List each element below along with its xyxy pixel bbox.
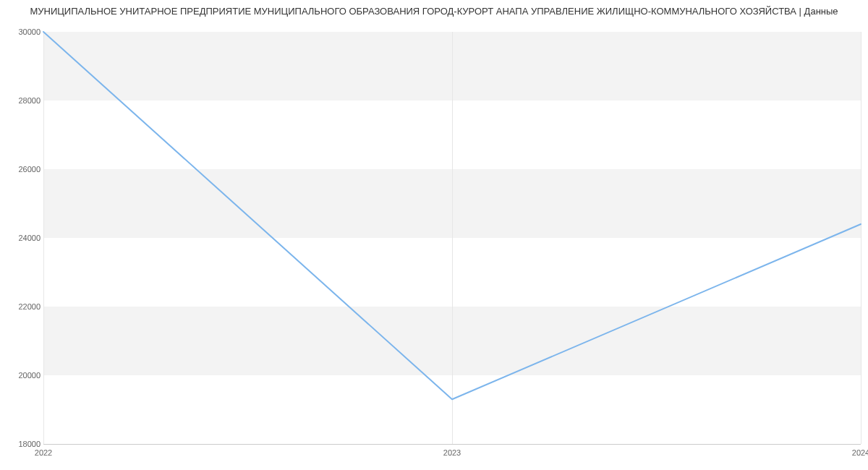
chart-container: МУНИЦИПАЛЬНОЕ УНИТАРНОЕ ПРЕДПРИЯТИЕ МУНИ… bbox=[0, 0, 868, 470]
y-tick-label: 24000 bbox=[4, 234, 41, 242]
grid-line-v bbox=[861, 32, 861, 444]
x-tick-label: 2023 bbox=[443, 448, 461, 457]
y-tick-label: 18000 bbox=[4, 440, 41, 448]
y-tick-label: 30000 bbox=[4, 27, 41, 36]
line-series bbox=[43, 32, 861, 444]
x-tick-label: 2024 bbox=[852, 448, 868, 457]
x-tick-label: 2022 bbox=[35, 448, 52, 457]
y-tick-label: 28000 bbox=[4, 96, 41, 105]
chart-title: МУНИЦИПАЛЬНОЕ УНИТАРНОЕ ПРЕДПРИЯТИЕ МУНИ… bbox=[0, 6, 868, 17]
x-axis-line bbox=[43, 444, 861, 445]
plot-area bbox=[43, 32, 861, 444]
y-tick-label: 22000 bbox=[4, 302, 41, 311]
y-tick-label: 20000 bbox=[4, 371, 41, 380]
y-tick-label: 26000 bbox=[4, 165, 41, 174]
